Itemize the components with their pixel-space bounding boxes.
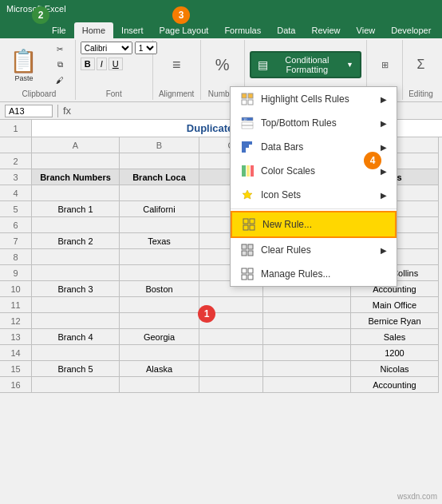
tab-file[interactable]: File xyxy=(44,22,74,38)
italic-button[interactable]: I xyxy=(97,58,107,70)
format-painter-button[interactable]: 🖌 xyxy=(45,73,74,87)
new-rule-label: New Rule... xyxy=(262,219,312,230)
menu-highlight-cells[interactable]: Highlight Cells Rules ▶ xyxy=(231,87,397,111)
cell-15d[interactable] xyxy=(263,361,351,377)
font-family-select[interactable]: Calibri xyxy=(81,42,132,54)
cell-14e[interactable]: 1200 xyxy=(351,345,439,361)
cell-10b[interactable]: Boston xyxy=(120,281,199,297)
corner xyxy=(0,137,32,153)
cell-11e[interactable]: Main Office xyxy=(351,297,439,313)
rownum-6: 6 xyxy=(0,217,32,233)
cell-4a[interactable] xyxy=(32,185,120,201)
tab-developer[interactable]: Developer xyxy=(383,22,439,38)
cell-11a[interactable] xyxy=(32,297,120,313)
cell-11d[interactable] xyxy=(263,297,351,313)
cell-13a[interactable]: Branch 4 xyxy=(32,329,120,345)
cell-7b[interactable]: Texas xyxy=(120,233,199,249)
cell-13c[interactable] xyxy=(199,329,263,345)
underline-button[interactable]: U xyxy=(109,58,123,70)
cf-label: Conditional Formatting xyxy=(271,55,343,74)
cell-15e[interactable]: Nicolas xyxy=(351,361,439,377)
cell-15c[interactable] xyxy=(199,361,263,377)
cell-2b[interactable] xyxy=(120,153,199,169)
cell-5a[interactable]: Branch 1 xyxy=(32,201,120,217)
tab-view[interactable]: View xyxy=(349,22,384,38)
svg-rect-26 xyxy=(248,275,253,280)
color-scales-icon xyxy=(240,164,255,178)
cell-2a[interactable] xyxy=(32,153,120,169)
cell-12b[interactable] xyxy=(120,313,199,329)
cell-16a[interactable] xyxy=(32,377,120,393)
cut-button[interactable]: ✂ xyxy=(45,42,74,56)
paste-button[interactable]: 📋 Paste xyxy=(3,45,44,85)
cell-7a[interactable]: Branch 2 xyxy=(32,233,120,249)
cell-5b[interactable]: Californi xyxy=(120,201,199,217)
title-bar: Microsoft Excel xyxy=(0,0,442,18)
cell-13b[interactable]: Georgia xyxy=(120,329,199,345)
tab-insert[interactable]: Insert xyxy=(113,22,152,38)
cell-8b[interactable] xyxy=(120,249,199,265)
cell-12d[interactable] xyxy=(263,313,351,329)
cell-4b[interactable] xyxy=(120,185,199,201)
cell-15a[interactable]: Branch 5 xyxy=(32,361,120,377)
menu-new-rule[interactable]: New Rule... xyxy=(231,211,397,238)
cell-14a[interactable] xyxy=(32,345,120,361)
cell-16b[interactable] xyxy=(120,377,199,393)
svg-rect-1 xyxy=(248,93,253,98)
cell-16c[interactable] xyxy=(199,377,263,393)
copy-button[interactable]: ⧉ xyxy=(45,58,74,72)
cell-14d[interactable] xyxy=(263,345,351,361)
new-rule-icon xyxy=(242,217,256,232)
name-box[interactable] xyxy=(5,105,53,117)
tab-formulas[interactable]: Formulas xyxy=(216,22,269,38)
tab-review[interactable]: Review xyxy=(303,22,348,38)
color-scales-arrow: ▶ xyxy=(381,167,387,176)
menu-icon-sets[interactable]: Icon Sets ▶ xyxy=(231,183,397,207)
row-13: 13 Branch 4 Georgia Sales xyxy=(0,329,442,345)
menu-manage-rules[interactable]: Manage Rules... xyxy=(231,262,397,286)
clipboard-label: Clipboard xyxy=(22,89,56,98)
cell-6b[interactable] xyxy=(120,217,199,233)
svg-rect-21 xyxy=(242,251,247,256)
cell-9b[interactable] xyxy=(120,265,199,281)
cell-16d[interactable] xyxy=(263,377,351,393)
rownum-8: 8 xyxy=(0,249,32,265)
rownum-12: 12 xyxy=(0,313,32,329)
alignment-content: ≡ xyxy=(172,42,181,88)
manage-rules-label: Manage Rules... xyxy=(261,268,330,280)
font-group: Calibri 11 B I U Font xyxy=(76,40,153,100)
cell-3b[interactable]: Branch Loca xyxy=(120,169,199,185)
data-bars-icon xyxy=(240,140,255,154)
ribbon-tabs: File Home Insert Page Layout Formulas Da… xyxy=(0,18,442,38)
cell-14c[interactable] xyxy=(199,345,263,361)
cell-11b[interactable] xyxy=(120,297,199,313)
cell-12e[interactable]: Bernice Ryan xyxy=(351,313,439,329)
rownum-7: 7 xyxy=(0,233,32,249)
conditional-formatting-dropdown: Highlight Cells Rules ▶ 10 Top/Bottom Ru… xyxy=(230,86,397,287)
cell-6a[interactable] xyxy=(32,217,120,233)
cell-10a[interactable]: Branch 3 xyxy=(32,281,120,297)
cell-13d[interactable] xyxy=(263,329,351,345)
svg-rect-0 xyxy=(242,93,247,98)
svg-text:10: 10 xyxy=(243,117,247,121)
tab-home[interactable]: Home xyxy=(74,22,113,38)
paste-label: Paste xyxy=(14,74,33,82)
cell-16e[interactable]: Accounting xyxy=(351,377,439,393)
svg-marker-14 xyxy=(243,190,252,199)
bold-button[interactable]: B xyxy=(81,58,95,70)
cell-9a[interactable] xyxy=(32,265,120,281)
menu-clear-rules[interactable]: Clear Rules ▶ xyxy=(231,238,397,262)
cell-15b[interactable]: Alaska xyxy=(120,361,199,377)
format-painter-icon: 🖌 xyxy=(56,76,64,85)
cell-13e[interactable]: Sales xyxy=(351,329,439,345)
conditional-formatting-button[interactable]: ▤ Conditional Formatting ▼ xyxy=(250,51,361,78)
cell-3a[interactable]: Branch Numbers xyxy=(32,169,120,185)
tab-data[interactable]: Data xyxy=(269,22,303,38)
cell-12a[interactable] xyxy=(32,313,120,329)
icon-sets-arrow: ▶ xyxy=(381,191,387,200)
cell-14b[interactable] xyxy=(120,345,199,361)
tab-page-layout[interactable]: Page Layout xyxy=(152,22,217,38)
badge-4: 4 xyxy=(364,152,381,169)
menu-top-bottom[interactable]: 10 Top/Bottom Rules ▶ xyxy=(231,111,397,135)
cell-8a[interactable] xyxy=(32,249,120,265)
